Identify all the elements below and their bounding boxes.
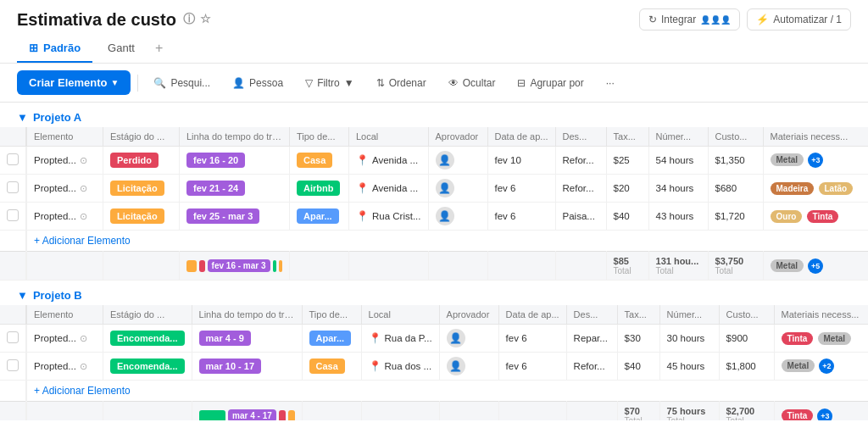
cell-local: 📍Avenida ... — [349, 175, 429, 203]
group-button[interactable]: ⊟ Agrupar por — [509, 73, 592, 93]
cell-type: Airbnb — [290, 175, 349, 203]
cell-element: Propted... ⊙ — [27, 175, 103, 203]
separator — [137, 75, 138, 92]
cell-local: 📍Avenida ... — [349, 147, 429, 175]
cell-type: Casa — [290, 147, 349, 175]
col-b-numero: Númer... — [659, 305, 719, 325]
cell-materiais: Metal +3 — [763, 147, 868, 175]
project-a-header[interactable]: ▼ Projeto A — [0, 103, 868, 127]
add-element-row-b[interactable]: + Adicionar Elemento — [0, 381, 868, 402]
person-button[interactable]: 👤 Pessoa — [224, 73, 292, 93]
expand-icon[interactable]: ⊙ — [80, 333, 87, 344]
avatar: 👤 — [436, 207, 454, 225]
cell-data: fev 6 — [498, 325, 566, 353]
tab-gantt[interactable]: Gantt — [96, 35, 147, 63]
row-checkbox[interactable] — [7, 153, 19, 165]
more-materials-button[interactable]: +3 — [808, 153, 823, 168]
cell-data: fev 6 — [487, 203, 555, 231]
star-icon[interactable]: ☆ — [200, 12, 211, 27]
dropdown-arrow-icon: ▼ — [110, 78, 119, 87]
col-b-type: Tipo de... — [302, 305, 361, 325]
row-checkbox[interactable] — [7, 209, 19, 221]
project-b-header[interactable]: ▼ Projeto B — [0, 281, 868, 305]
add-element-label[interactable]: + Adicionar Elemento — [27, 381, 869, 402]
avatar: 👤 — [447, 357, 465, 375]
col-b-data: Data de ap... — [498, 305, 566, 325]
summary-chip — [199, 260, 205, 272]
col-b-element: Elemento — [27, 305, 103, 325]
more-button[interactable]: ··· — [598, 73, 623, 93]
cell-timeline: fev 16 - 20 — [180, 147, 290, 175]
chevron-down-icon: ▼ — [17, 289, 28, 302]
cell-local: 📍Rua da P... — [361, 325, 439, 353]
cell-aprovador: 👤 — [439, 353, 498, 381]
row-checkbox[interactable] — [7, 181, 19, 193]
location-pin-icon: 📍 — [356, 182, 369, 194]
cell-timeline: fev 21 - 24 — [180, 175, 290, 203]
search-button[interactable]: 🔍 Pesqui... — [145, 73, 219, 93]
cell-custo: $680 — [708, 175, 763, 203]
total-numero-b: 75 hoursTotal — [659, 402, 719, 421]
order-button[interactable]: ⇅ Ordenar — [368, 73, 435, 93]
cell-tax: $40 — [606, 203, 648, 231]
cell-materiais: Tinta Metal — [774, 325, 868, 353]
expand-icon[interactable]: ⊙ — [80, 183, 87, 194]
cell-type: Apar... — [302, 325, 361, 353]
add-element-row-a[interactable]: + Adicionar Elemento — [0, 231, 868, 252]
more-materials-total-button[interactable]: +3 — [817, 409, 832, 421]
row-checkbox[interactable] — [7, 331, 19, 343]
total-numero-a: 131 hou...Total — [648, 252, 708, 281]
summary-chip — [279, 410, 286, 421]
cell-data: fev 6 — [487, 175, 555, 203]
col-b-stage: Estágio do ... — [103, 305, 192, 325]
person-icon: 👤 — [232, 77, 245, 89]
col-checkbox — [0, 127, 26, 147]
col-a-local: Local — [349, 127, 429, 147]
expand-icon[interactable]: ⊙ — [80, 155, 87, 166]
project-a-section: ▼ Projeto A Elemento Estágio do ... Linh… — [0, 103, 868, 281]
table-row: Propted... ⊙ Licitação fev 21 - 24 Airbn… — [0, 175, 868, 203]
order-icon: ⇅ — [376, 77, 385, 89]
project-b-table: Elemento Estágio do ... Linha do tempo d… — [0, 305, 868, 420]
cell-materiais: Madeira Latão — [763, 175, 868, 203]
total-tax-a: $85Total — [606, 252, 648, 281]
search-icon: 🔍 — [153, 77, 166, 89]
summary-chip — [288, 410, 295, 421]
cell-timeline: fev 25 - mar 3 — [180, 203, 290, 231]
create-element-button[interactable]: Criar Elemento ▼ — [17, 70, 131, 95]
cell-stage: Perdido — [103, 147, 180, 175]
more-materials-total-button[interactable]: +5 — [808, 258, 823, 274]
cell-custo: $1,720 — [708, 203, 763, 231]
cell-des: Refor... — [555, 147, 606, 175]
table-row: Propted... ⊙ Licitação fev 25 - mar 3 Ap… — [0, 203, 868, 231]
expand-icon[interactable]: ⊙ — [80, 361, 87, 372]
filter-button[interactable]: ▽ Filtro ▼ — [297, 73, 363, 93]
toolbar: Criar Elemento ▼ 🔍 Pesqui... 👤 Pessoa ▽ … — [0, 64, 868, 103]
tab-padrao[interactable]: ⊞ Padrão — [17, 35, 92, 63]
col-a-element: Elemento — [27, 127, 103, 147]
project-b-header-row: Elemento Estágio do ... Linha do tempo d… — [0, 305, 868, 325]
automate-button[interactable]: ⚡ Automatizar / 1 — [747, 8, 851, 31]
integrate-button[interactable]: ↻ Integrar 👤👤👤 — [639, 8, 740, 31]
location-pin-icon: 📍 — [369, 332, 381, 344]
cell-element: Propted... ⊙ — [27, 203, 103, 231]
more-materials-button[interactable]: +2 — [819, 359, 834, 374]
col-b-custo: Custo... — [719, 305, 774, 325]
cell-tax: $30 — [617, 325, 659, 353]
add-element-label[interactable]: + Adicionar Elemento — [27, 231, 869, 252]
cell-materiais: Metal +2 — [774, 353, 868, 381]
group-icon: ⊟ — [517, 77, 526, 89]
cell-aprovador: 👤 — [439, 325, 498, 353]
summary-chip — [186, 260, 197, 272]
col-a-timeline: Linha do tempo do traba... — [180, 127, 290, 147]
tab-add-button[interactable]: + — [150, 34, 168, 63]
total-tax-b: $70Total — [617, 402, 659, 421]
info-icon[interactable]: ⓘ — [183, 12, 195, 27]
row-checkbox[interactable] — [7, 359, 19, 371]
col-a-des: Des... — [555, 127, 606, 147]
col-a-data: Data de ap... — [487, 127, 555, 147]
expand-icon[interactable]: ⊙ — [80, 211, 87, 222]
location-pin-icon: 📍 — [356, 210, 369, 222]
hide-button[interactable]: 👁 Ocultar — [440, 73, 504, 93]
cell-numero: 30 hours — [659, 325, 719, 353]
